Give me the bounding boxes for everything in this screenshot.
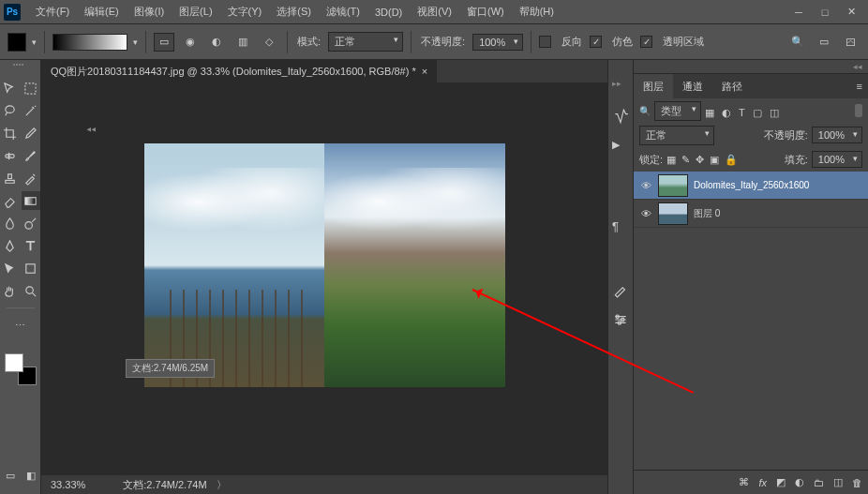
- layer-fill-dropdown[interactable]: 100%: [812, 151, 862, 168]
- shape-tool[interactable]: [22, 259, 40, 277]
- layer-name[interactable]: 图层 0: [694, 207, 720, 220]
- reverse-checkbox[interactable]: [539, 36, 551, 48]
- workspace-icon[interactable]: ▭: [814, 33, 834, 52]
- panel-menu-icon[interactable]: ≡: [851, 81, 868, 92]
- layer-item-0[interactable]: 👁 Dolomites_Italy_2560x1600: [634, 172, 868, 200]
- menu-view[interactable]: 视图(V): [410, 5, 459, 19]
- new-layer-icon[interactable]: ◫: [833, 476, 843, 488]
- document-tab[interactable]: QQ图片20180311184437.jpg @ 33.3% (Dolomite…: [41, 60, 437, 82]
- delete-layer-icon[interactable]: 🗑: [852, 477, 862, 488]
- lasso-tool[interactable]: [1, 101, 20, 120]
- search-icon[interactable]: 🔍: [787, 33, 808, 52]
- wand-tool[interactable]: [22, 101, 40, 120]
- layer-item-1[interactable]: 👁 图层 0: [634, 200, 868, 228]
- menu-3d[interactable]: 3D(D): [367, 7, 410, 18]
- crop-tool[interactable]: [1, 124, 20, 142]
- brush-panel-icon[interactable]: [612, 281, 629, 298]
- move-tool[interactable]: [1, 79, 20, 97]
- collapse-right-panels-icon[interactable]: ◂◂: [634, 60, 868, 73]
- window-close-button[interactable]: ✕: [838, 3, 864, 22]
- pen-tool[interactable]: [1, 236, 20, 255]
- history-panel-icon[interactable]: [612, 109, 629, 126]
- tab-layers[interactable]: 图层: [634, 74, 673, 98]
- filter-shape-icon[interactable]: ▢: [753, 107, 762, 119]
- opacity-dropdown[interactable]: 100%: [472, 34, 523, 51]
- blend-mode-dropdown[interactable]: 正常: [328, 32, 403, 52]
- menu-file[interactable]: 文件(F): [28, 5, 77, 19]
- menu-edit[interactable]: 编辑(E): [77, 5, 127, 19]
- quick-mask-button[interactable]: ◧: [22, 466, 40, 485]
- layer-visibility-icon[interactable]: 👁: [639, 179, 652, 192]
- eyedropper-tool[interactable]: [22, 124, 40, 142]
- filter-type-icon[interactable]: T: [739, 107, 745, 119]
- blur-tool[interactable]: [1, 214, 20, 232]
- play-icon[interactable]: ▶: [612, 139, 629, 156]
- layer-opacity-dropdown[interactable]: 100%: [812, 127, 862, 143]
- filter-adjust-icon[interactable]: ◐: [722, 107, 731, 119]
- gradient-diamond-icon[interactable]: ◇: [259, 33, 279, 52]
- dither-checkbox[interactable]: [590, 36, 602, 48]
- menu-window[interactable]: 窗口(W): [459, 5, 512, 19]
- collapse-panels-icon[interactable]: ▸▸: [612, 79, 629, 96]
- hand-tool[interactable]: [1, 281, 20, 300]
- filter-pixel-icon[interactable]: ▦: [705, 107, 714, 119]
- character-panel-icon[interactable]: ¶: [612, 219, 629, 236]
- gradient-radial-icon[interactable]: ◉: [180, 33, 201, 52]
- type-tool[interactable]: [22, 236, 40, 255]
- layer-thumbnail[interactable]: [658, 174, 688, 197]
- dodge-tool[interactable]: [22, 214, 40, 232]
- lock-paint-icon[interactable]: ✎: [681, 154, 690, 166]
- gradient-picker[interactable]: [52, 34, 127, 51]
- zoom-tool[interactable]: [22, 281, 40, 300]
- gradient-angle-icon[interactable]: ◐: [206, 33, 227, 52]
- history-brush-tool[interactable]: [22, 169, 40, 187]
- window-maximize-button[interactable]: □: [812, 3, 838, 22]
- transparency-checkbox[interactable]: [640, 36, 652, 48]
- path-select-tool[interactable]: [1, 259, 20, 277]
- brush-tool[interactable]: [22, 146, 40, 165]
- gradient-preview-swatch[interactable]: [7, 33, 26, 52]
- menu-help[interactable]: 帮助(H): [512, 5, 561, 19]
- tab-channels[interactable]: 通道: [673, 74, 712, 98]
- layer-group-icon[interactable]: 🗀: [814, 477, 824, 488]
- layer-name[interactable]: Dolomites_Italy_2560x1600: [694, 180, 809, 190]
- menu-image[interactable]: 图像(I): [127, 5, 172, 19]
- marquee-tool[interactable]: [22, 79, 40, 97]
- close-tab-button[interactable]: ×: [422, 66, 427, 77]
- layer-filter-dropdown[interactable]: 类型: [654, 101, 701, 121]
- canvas[interactable]: [144, 143, 505, 387]
- edit-toolbar-button[interactable]: ⋯: [11, 316, 30, 335]
- doc-size[interactable]: 文档:2.74M/2.74M: [123, 478, 206, 492]
- healing-tool[interactable]: [1, 146, 20, 165]
- filter-toggle[interactable]: [855, 104, 862, 117]
- eraser-tool[interactable]: [1, 191, 20, 210]
- adjustment-layer-icon[interactable]: ◐: [795, 476, 804, 488]
- zoom-level[interactable]: 33.33%: [51, 479, 85, 490]
- lock-transparency-icon[interactable]: ▦: [666, 154, 676, 166]
- foreground-color[interactable]: [5, 353, 23, 372]
- layer-fx-icon[interactable]: fx: [758, 477, 767, 488]
- lock-position-icon[interactable]: ✥: [696, 154, 704, 166]
- menu-layer[interactable]: 图层(L): [172, 5, 219, 19]
- share-icon[interactable]: ⮹: [840, 33, 861, 52]
- menu-filter[interactable]: 滤镜(T): [319, 5, 367, 19]
- gradient-reflected-icon[interactable]: ▥: [232, 33, 253, 52]
- gradient-tool[interactable]: [22, 191, 40, 210]
- tab-paths[interactable]: 路径: [712, 74, 752, 98]
- stamp-tool[interactable]: [1, 169, 20, 187]
- adjustments-panel-icon[interactable]: [612, 311, 629, 328]
- screen-mode-button[interactable]: ▭: [1, 466, 20, 485]
- menu-select[interactable]: 选择(S): [269, 5, 319, 19]
- layer-thumbnail[interactable]: [658, 202, 688, 225]
- color-swatches[interactable]: [5, 353, 37, 385]
- filter-smart-icon[interactable]: ◫: [770, 107, 779, 119]
- lock-artboard-icon[interactable]: ▣: [710, 154, 719, 166]
- link-layers-icon[interactable]: ⌘: [739, 476, 749, 488]
- menu-type[interactable]: 文字(Y): [220, 5, 270, 19]
- window-minimize-button[interactable]: ─: [786, 3, 812, 22]
- lock-all-icon[interactable]: 🔒: [725, 154, 738, 166]
- gradient-linear-icon[interactable]: ▭: [154, 33, 174, 52]
- layer-blend-dropdown[interactable]: 正常: [639, 126, 714, 145]
- layer-mask-icon[interactable]: ◩: [776, 476, 786, 488]
- layer-visibility-icon[interactable]: 👁: [639, 207, 652, 220]
